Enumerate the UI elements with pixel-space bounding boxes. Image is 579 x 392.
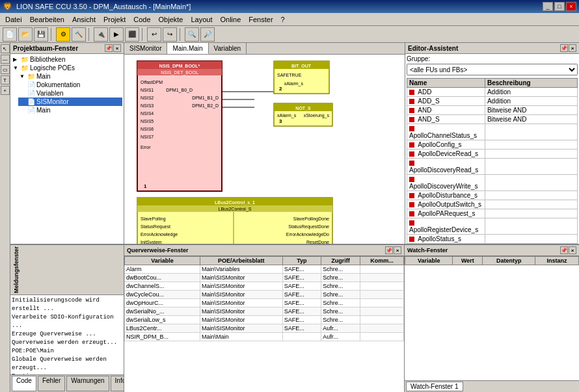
tab-fehler[interactable]: Fehler <box>38 376 65 391</box>
expand-icon: ▶ <box>13 57 20 62</box>
tree-item-dokumentation[interactable]: 📄 Dokumentation <box>18 81 122 89</box>
menu-objekte[interactable]: Objekte <box>155 13 187 26</box>
menu-online[interactable]: Online <box>216 13 245 26</box>
function-name: ApolloRegisterDevice_s <box>409 226 478 233</box>
var-cell-variable: dwBootCou... <box>125 274 200 282</box>
tree-item-sismonitor[interactable]: 📄 SISMonitor <box>18 98 122 106</box>
editor-row[interactable]: ApolloDiscoveryRead_s <box>407 159 578 175</box>
var-row[interactable]: dwSerialNo_... Main\SISMonitor SAFE... S… <box>125 307 404 316</box>
var-cell-variable: dwSerialLow_s <box>125 316 200 324</box>
editor-row[interactable]: BIT_TEST Liest den Wert eines bestimmten… <box>407 244 578 244</box>
toolbar-redo[interactable]: ↪ <box>163 27 177 42</box>
sidebar-zoom[interactable]: + <box>1 86 10 95</box>
tab-variablen[interactable]: Variablen <box>209 43 247 54</box>
menu-help[interactable]: ? <box>277 13 289 26</box>
toolbar-zoom-out[interactable]: 🔎 <box>200 27 215 42</box>
block-nsis-title: NSIS_DPM_BOOL* <box>159 64 200 68</box>
sidebar-wire[interactable]: — <box>1 55 10 64</box>
tree-item-main2[interactable]: 📄 Main <box>18 106 122 114</box>
toolbar-build[interactable]: 🔨 <box>72 27 86 42</box>
editor-row[interactable]: ApolloRegisterDevice_s <box>407 218 578 235</box>
menu-datei[interactable]: Datei <box>1 13 26 26</box>
var-row[interactable]: dwSerialLow_s Main\SISMonitor SAFE... Sc… <box>125 316 404 324</box>
diagram-canvas[interactable]: NSIS_DPM_BOOL* NSIS_DET_BOOL OffastDPM N… <box>124 55 405 244</box>
minimize-button[interactable]: _ <box>543 2 553 11</box>
maximize-button[interactable]: □ <box>554 2 565 11</box>
tab-sismonitor[interactable]: SISMonitor <box>124 43 167 54</box>
menu-layout[interactable]: Layout <box>187 13 216 26</box>
tree-label-variablen: Variablen <box>36 90 64 97</box>
editor-panel-header: Editor-Assistent 📌 × <box>405 43 579 54</box>
var-row[interactable]: NSIR_DPM_B... Main\Main Aufr... <box>125 333 404 341</box>
editor-pin-btn[interactable]: 📌 <box>560 44 568 52</box>
menu-fenster[interactable]: Fenster <box>245 13 276 26</box>
editor-row[interactable]: ADD_S Addition <box>407 97 578 106</box>
tree-item-main[interactable]: ▼ 📁 Main <box>18 72 122 81</box>
function-name: ApolloChannelStatus_s <box>409 132 477 139</box>
editor-cell-name: ApolloDiscoveryRead_s <box>407 159 485 175</box>
var-row[interactable]: Alarm Main\Variables SAFE... Schre... <box>125 265 404 274</box>
editor-row[interactable]: ApolloOutputSwitch_s <box>407 200 578 209</box>
sidebar-cursor[interactable]: ↖ <box>1 44 10 53</box>
menu-bearbeiten[interactable]: Bearbeiten <box>26 13 68 26</box>
var-row[interactable]: dwOpHourC... Main\SISMonitor SAFE... Sch… <box>125 299 404 307</box>
editor-row[interactable]: AND_S Bitweise AND <box>407 115 578 124</box>
editor-row[interactable]: ApolloChannelStatus_s <box>407 124 578 140</box>
menu-ansicht[interactable]: Ansicht <box>68 13 100 26</box>
tree-item-variablen[interactable]: 📄 Variablen <box>18 89 122 98</box>
title-bar: 🦁 LION SAFE CCU 3.50 - DPM_Austausch - [… <box>0 0 579 13</box>
sidebar-block[interactable]: ▭ <box>1 65 10 74</box>
tree-label-logische: Logische POEs <box>30 64 75 72</box>
editor-row[interactable]: AND Bitweise AND <box>407 106 578 115</box>
toolbar-new[interactable]: 📄 <box>3 27 17 42</box>
vars-close-btn[interactable]: × <box>394 246 401 254</box>
log-scroll[interactable]: Initialisierungscode wird erstellt ...Ve… <box>10 295 124 374</box>
group-dropdown[interactable]: <alle FUs und FBs> <box>407 64 578 75</box>
close-button[interactable]: × <box>566 2 576 11</box>
toolbar-save[interactable]: 💾 <box>34 27 48 42</box>
watch-close-btn[interactable]: × <box>569 246 576 254</box>
editor-row[interactable]: ADD Addition <box>407 88 578 97</box>
var-row[interactable]: LBus2Centr... Main\SISMonitor SAFE... Au… <box>125 324 404 333</box>
file-icon: 📄 <box>27 81 35 88</box>
tab-watch1[interactable]: Watch-Fenster 1 <box>406 382 463 391</box>
tab-code[interactable]: Code <box>12 376 36 391</box>
menu-projekt[interactable]: Projekt <box>100 13 129 26</box>
function-name: ApolloDiscoveryRead_s <box>409 166 478 174</box>
watch-col-wert: Wert <box>453 257 483 265</box>
panel-pin-btn[interactable]: 📌 <box>105 44 113 52</box>
function-name: ApolloDisturbance_s <box>418 192 478 199</box>
tab-warnungen[interactable]: Warnungen <box>66 376 109 391</box>
tab-infos[interactable]: Infos <box>111 376 124 391</box>
editor-row[interactable]: ApolloDeviceRead_s <box>407 150 578 159</box>
toolbar-open[interactable]: 📂 <box>18 27 33 42</box>
menu-code[interactable]: Code <box>129 13 154 26</box>
editor-close-btn[interactable]: × <box>569 44 576 52</box>
vars-pin-btn[interactable]: 📌 <box>385 246 393 254</box>
editor-row[interactable]: ApolloConfig_s <box>407 140 578 150</box>
function-name: AND_S <box>418 116 439 123</box>
vars-scroll[interactable]: Variable POE/Arbeitsblatt Typ Zugriff Ko… <box>124 256 404 392</box>
toolbar-compile[interactable]: ⚙ <box>56 27 70 42</box>
var-row[interactable]: dwBootCou... Main\SISMonitor SAFE... Sch… <box>125 274 404 282</box>
watch-scroll[interactable]: Variable Wert Datentyp Instanz <box>405 256 579 380</box>
sidebar-text[interactable]: T <box>1 75 10 85</box>
editor-row[interactable]: ApolloPARequest_s <box>407 209 578 218</box>
watch-pin-btn[interactable]: 📌 <box>560 246 568 254</box>
var-row[interactable]: dwCycleCou... Main\SISMonitor SAFE... Sc… <box>125 291 404 299</box>
tree-item-bibliotheken[interactable]: ▶ 📁 Bibliotheken <box>12 55 122 64</box>
toolbar-run[interactable]: ▶ <box>109 27 124 42</box>
toolbar-zoom-in[interactable]: 🔍 <box>185 27 199 42</box>
editor-row[interactable]: ApolloDiscoveryWrite_s <box>407 175 578 191</box>
file-icon: 📄 <box>27 107 35 114</box>
toolbar-stop[interactable]: ⬛ <box>125 27 139 42</box>
tab-mainmain[interactable]: Main.Main <box>167 43 208 54</box>
editor-row[interactable]: ApolloDisturbance_s <box>407 191 578 200</box>
toolbar-undo[interactable]: ↩ <box>147 27 161 42</box>
tree-item-logische[interactable]: ▼ 📁 Logische POEs <box>12 64 122 72</box>
panel-close-btn[interactable]: × <box>113 44 121 52</box>
editor-row[interactable]: ApolloStatus_s <box>407 235 578 244</box>
var-cell-typ: SAFE... <box>282 316 321 324</box>
var-row[interactable]: dwChannelS... Main\SISMonitor SAFE... Sc… <box>125 282 404 291</box>
toolbar-connect[interactable]: 🔌 <box>94 27 108 42</box>
